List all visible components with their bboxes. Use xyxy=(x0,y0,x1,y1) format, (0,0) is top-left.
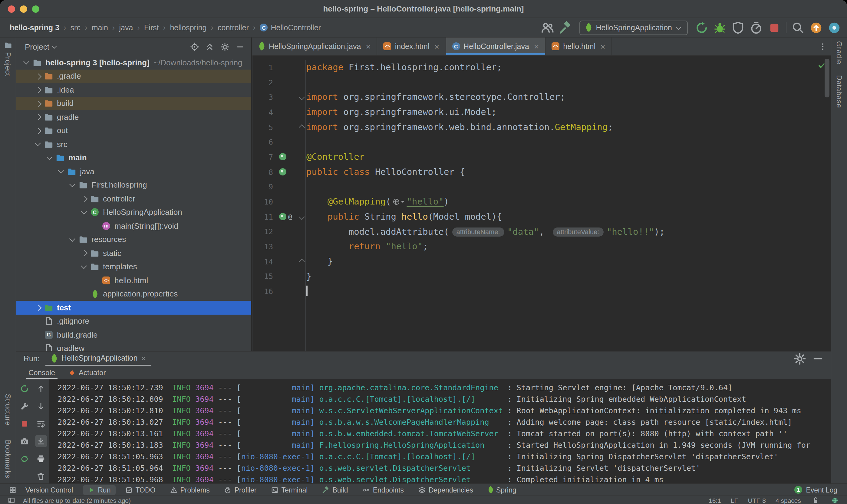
print-button[interactable] xyxy=(35,453,47,465)
chevron-right-icon[interactable] xyxy=(34,126,42,135)
breadcrumb-item-hellospring[interactable]: hellospring xyxy=(170,23,207,32)
down-stack-trace-button[interactable] xyxy=(35,400,47,412)
console-output[interactable]: 2022-06-27 18:50:12.739 INFO 3694 --- [ … xyxy=(49,379,831,483)
spring-bean-gutter-icon[interactable] xyxy=(279,154,286,161)
tree-item-hellospringapplication[interactable]: CHelloSpringApplication xyxy=(16,205,251,219)
chevron-right-icon[interactable] xyxy=(34,303,42,312)
breadcrumb-item-hello-spring-3[interactable]: hello-spring 3 xyxy=(10,23,59,32)
chevron-right-icon[interactable] xyxy=(34,99,42,108)
url-globe-icon[interactable] xyxy=(392,198,404,206)
file-encoding[interactable]: UTF-8 xyxy=(748,497,766,504)
close-icon[interactable]: × xyxy=(534,42,539,51)
toolwindow-run-button[interactable]: Run xyxy=(83,485,115,494)
hide-panel-button[interactable] xyxy=(233,40,246,53)
toolwindow-problems-button[interactable]: Problems xyxy=(165,485,215,494)
tree-item-build-gradle[interactable]: Gbuild.gradle xyxy=(16,328,251,342)
close-icon[interactable]: × xyxy=(366,42,371,51)
toolwindow-terminal-button[interactable]: Terminal xyxy=(266,485,313,494)
mapping-at-gutter-icon[interactable]: @ xyxy=(288,213,292,220)
build-project-button[interactable] xyxy=(559,21,572,34)
tab-index-html[interactable]: <>index.html× xyxy=(377,37,446,55)
tree-item-test[interactable]: test xyxy=(16,301,251,314)
tree-item-gradle[interactable]: .gradle xyxy=(16,69,251,83)
up-stack-trace-button[interactable] xyxy=(35,382,47,395)
tree-item-idea[interactable]: .idea xyxy=(16,83,251,96)
tab-hellospringapplication-java[interactable]: HelloSpringApplication.java× xyxy=(252,37,377,55)
tree-item-main-string-void[interactable]: mmain(String[]):void xyxy=(16,219,251,233)
toolwindow-endpoints-button[interactable]: Endpoints xyxy=(358,485,409,494)
tree-item-java[interactable]: java xyxy=(16,165,251,178)
profiler-button[interactable] xyxy=(749,21,763,34)
chevron-down-icon[interactable] xyxy=(34,140,42,148)
tab-console[interactable]: Console xyxy=(22,366,61,379)
tree-item-templates[interactable]: templates xyxy=(16,260,251,273)
settings-button[interactable] xyxy=(793,352,807,365)
minimize-button[interactable] xyxy=(20,5,27,13)
tab-hellocontroller-java[interactable]: CHelloController.java× xyxy=(446,37,546,55)
tree-item-gradlew[interactable]: gradlew xyxy=(16,342,251,351)
breadcrumb-item-src[interactable]: src xyxy=(71,23,81,32)
toolwindow-build-button[interactable]: Build xyxy=(317,485,353,494)
stripe-bookmarks-button[interactable]: Bookmarks xyxy=(4,440,12,479)
chevron-right-icon[interactable] xyxy=(34,113,42,121)
stop-button[interactable] xyxy=(18,417,31,430)
clear-all-button[interactable] xyxy=(35,470,47,482)
event-log-button[interactable]: 1 Event Log xyxy=(794,486,841,494)
line-separator[interactable]: LF xyxy=(731,497,738,504)
stop-button[interactable] xyxy=(768,21,781,34)
layout-icon[interactable] xyxy=(5,493,18,504)
tree-item-main[interactable]: main xyxy=(16,151,251,165)
tree-item-hello-html[interactable]: <>hello.html xyxy=(16,273,251,287)
toolwindow-spring-button[interactable]: Spring xyxy=(483,485,521,494)
more-tabs-icon[interactable] xyxy=(818,42,827,53)
spring-bean-gutter-icon[interactable] xyxy=(279,213,286,220)
caret-position[interactable]: 16:1 xyxy=(709,497,721,504)
run-with-coverage-button[interactable] xyxy=(731,21,745,34)
chevron-down-icon[interactable] xyxy=(22,58,31,67)
view-options-button[interactable] xyxy=(218,40,231,53)
spring-bean-gutter-icon[interactable] xyxy=(279,168,286,176)
tree-item-gradle[interactable]: gradle xyxy=(16,110,251,124)
tree-item-hello-spring-3-hello-spring[interactable]: hello-spring 3 [hello-spring]~/Downloads… xyxy=(16,56,251,69)
stripe-structure-button[interactable]: Structure xyxy=(4,394,12,426)
tab-actuator[interactable]: Actuator xyxy=(63,366,112,379)
tree-item-build[interactable]: build xyxy=(16,96,251,110)
tab-hello-html[interactable]: <>hello.html× xyxy=(546,37,612,55)
collapse-all-button[interactable] xyxy=(203,40,216,53)
editor-scrollbar[interactable] xyxy=(825,59,829,97)
breadcrumb-item-main[interactable]: main xyxy=(92,23,108,32)
fold-marker-icon[interactable] xyxy=(299,214,304,220)
update-notification-button[interactable] xyxy=(810,21,823,34)
breadcrumb-item-hellocontroller[interactable]: CHelloController xyxy=(260,23,321,32)
restart-application-button[interactable] xyxy=(18,453,31,465)
run-configuration-tab[interactable]: HelloSpringApplication × xyxy=(46,352,151,366)
scroll-to-end-button[interactable] xyxy=(35,435,47,447)
close-icon[interactable]: × xyxy=(141,354,146,363)
tree-item-gitignore[interactable]: .gitignore xyxy=(16,314,251,328)
tree-item-controller[interactable]: controller xyxy=(16,192,251,205)
fold-marker-icon[interactable] xyxy=(299,259,304,265)
tree-item-first-hellospring[interactable]: First.hellospring xyxy=(16,178,251,192)
close-icon[interactable]: × xyxy=(435,42,439,51)
toolwindow-todo-button[interactable]: TODO xyxy=(120,485,160,494)
close-icon[interactable]: × xyxy=(600,42,605,51)
editor-body[interactable]: 1234567891011@1213141516 package First.h… xyxy=(252,56,831,351)
code-area[interactable]: package First.hellospring.controller;imp… xyxy=(306,60,822,351)
tree-item-static[interactable]: static xyxy=(16,246,251,260)
search-everywhere-button[interactable] xyxy=(791,21,805,34)
toolwindow-dependencies-button[interactable]: Dependencies xyxy=(413,485,478,494)
soft-wrap-button[interactable] xyxy=(35,417,47,430)
breadcrumb-item-controller[interactable]: controller xyxy=(218,23,249,32)
indent[interactable]: 4 spaces xyxy=(776,497,801,504)
sync-status-button[interactable] xyxy=(828,21,841,34)
tree-item-src[interactable]: src xyxy=(16,137,251,151)
chevron-down-icon[interactable] xyxy=(46,154,54,162)
edit-configuration-button[interactable] xyxy=(18,400,31,412)
breadcrumb-item-java[interactable]: java xyxy=(119,23,133,32)
toolwindow-version-control-button[interactable]: Version Control xyxy=(21,485,78,494)
stripe-database-button[interactable]: Database xyxy=(835,75,843,108)
debug-button[interactable] xyxy=(713,21,726,34)
status-globe-icon[interactable] xyxy=(830,496,840,504)
project-view-dropdown[interactable]: Project xyxy=(25,42,58,51)
stripe-project-button[interactable]: Project xyxy=(4,52,12,76)
